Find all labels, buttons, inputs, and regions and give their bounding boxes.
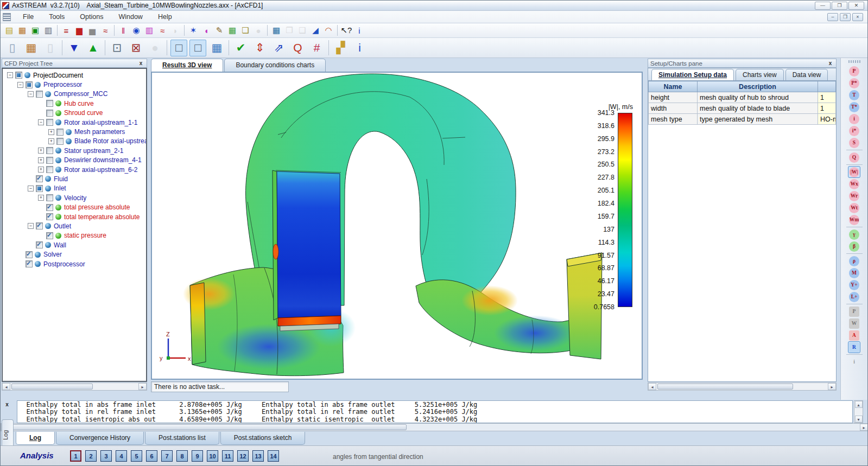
tree-checkbox[interactable] [36,91,43,98]
column-header-name[interactable]: Name [649,81,698,92]
calculator-table-icon[interactable]: ▦ [270,24,282,36]
results-3d-viewport[interactable]: Z y x |W|, m/s 341.3318.6295.9273.2250.5… [151,72,643,380]
tab-log[interactable]: Log [16,432,55,445]
collapse-icon[interactable]: − [17,82,23,88]
context-help-icon[interactable]: ↖? [340,24,352,36]
log-horizontal-scrollbar[interactable]: ◂ ▸ [1,423,868,431]
tree-item-label[interactable]: ProjectDocument [33,72,83,79]
quantity-s-button[interactable]: S [848,137,860,149]
new-project-icon[interactable]: ▯ [4,40,21,56]
view-wireframe-cube-icon[interactable]: □ [189,40,206,56]
tree-item-projectdocument[interactable]: −ProjectDocument [3,71,146,80]
tree-item-label[interactable]: Inlet [54,184,66,192]
analysis-station-6-button[interactable]: 6 [146,450,157,462]
tree-checkbox[interactable] [46,166,53,173]
menu-help[interactable]: Help [153,12,178,22]
tree-close-icon[interactable]: x [137,60,144,66]
tree-item-rotor-axial-upstream-6-2[interactable]: +Rotor axial-upstream_6-2 [3,165,146,174]
toolbar-grip[interactable] [848,60,860,63]
tree-item-label[interactable]: Rotor axial-upstream_6-2 [64,166,137,174]
quantity-t-button[interactable]: T [848,89,860,101]
analysis-station-2-button[interactable]: 2 [85,450,97,462]
scroll-thumb[interactable] [11,384,93,390]
tree-item-label[interactable]: Hub curve [64,100,94,107]
blade-cascade-icon[interactable]: ‖ [117,24,129,36]
blade-columns-icon[interactable]: ▥ [143,24,155,36]
expand-icon[interactable]: + [48,129,54,135]
move-up-icon[interactable]: ▲ [85,40,102,56]
analysis-station-9-button[interactable]: 9 [192,450,203,462]
tree-checkbox[interactable] [36,185,43,192]
quantity-i-button[interactable]: i [848,356,860,368]
analysis-station-3-button[interactable]: 3 [100,450,112,462]
quantity-r-button[interactable]: R [848,341,860,353]
colorbar-scale-icon[interactable]: ⇕ [251,40,268,56]
quantity-p-button[interactable]: P [848,305,860,317]
tree-item-shroud-curve[interactable]: Shroud curve [3,108,146,118]
tree-checkbox[interactable]: ✓ [46,232,53,239]
collapse-icon[interactable]: − [28,91,34,97]
solver-gear-icon[interactable]: ✶ [187,24,199,36]
tree-checkbox[interactable]: ✓ [36,175,43,182]
tree-item-rotor-axial-upstream-1-1[interactable]: −Rotor axial-upstream_1-1 [3,118,146,127]
airfoil-waves-icon[interactable]: ≈ [156,24,168,36]
cell-description[interactable]: mesh quality of blade to blade [698,103,818,114]
tree-item-label[interactable]: Velocity [64,194,86,202]
tree-checkbox[interactable] [46,157,53,164]
quantity-p-button[interactable]: P* [848,77,860,89]
cell-value[interactable]: 1 [818,103,836,114]
mdi-close-icon[interactable]: × [852,13,863,21]
mesh-grid-icon[interactable]: # [308,40,325,56]
tree-item-hub-curve[interactable]: Hub curve [3,99,146,108]
tree-item-label[interactable]: Preprocessor [43,81,82,88]
tree-item-label[interactable]: Wall [54,241,66,249]
cascade-windows-icon[interactable]: ❏ [239,24,251,36]
tree-item-preprocessor[interactable]: −Preprocessor [3,80,146,89]
collapse-icon[interactable]: − [28,186,34,191]
tree-item-wall[interactable]: ✓Wall [3,240,146,250]
tree-checkbox[interactable] [56,138,64,145]
cell-value[interactable]: 1 [818,92,836,103]
menu-options[interactable]: Options [74,12,109,22]
analysis-station-8-button[interactable]: 8 [176,450,188,462]
collapse-icon[interactable]: − [7,72,13,78]
tab-charts-view[interactable]: Charts view [736,69,784,80]
tree-item-velocity[interactable]: +Velocity [3,193,146,202]
tab-boundary-conditions-charts[interactable]: Boundary conditions charts [224,59,326,72]
tree-horizontal-scrollbar[interactable]: ◂ ▸ [2,382,147,391]
log-close-icon[interactable]: x [3,401,11,409]
save-document-icon[interactable]: ▣ [29,24,41,36]
charts-pencil-icon[interactable]: ✎ [213,24,225,36]
blade-profile-icon[interactable]: ◖ [200,24,212,36]
tree-item-label[interactable]: Postprocessor [43,260,85,268]
log-vertical-scrollbar[interactable]: ▴ ▾ [854,400,863,423]
analysis-station-1-button[interactable]: 1 [70,450,81,462]
restore-icon[interactable]: ❐ [832,2,847,10]
quantity-wr-button[interactable]: Wr [848,190,860,202]
tab-simulation-setup-data[interactable]: Simulation Setup data [651,69,734,80]
column-header-description[interactable]: Description [698,81,818,92]
tree-checkbox[interactable] [26,81,33,88]
view-cube-gauge-color-icon[interactable]: ⊠ [128,40,144,56]
tree-checkbox[interactable] [46,100,53,107]
open-project-icon[interactable]: ▦ [23,40,40,56]
scroll-thumb[interactable] [10,424,407,430]
vectors-q-icon[interactable]: Q [289,40,306,56]
tree-item-label[interactable]: Solver [43,251,62,258]
cell-description[interactable]: mesh quality of hub to shroud [698,92,818,103]
tree-item-label[interactable]: static pressure [64,232,106,239]
scroll-right-icon[interactable]: ▸ [860,424,868,431]
setup-close-icon[interactable]: x [827,60,834,66]
tab-data-view[interactable]: Data view [785,69,828,80]
menu-tools[interactable]: Tools [43,12,70,22]
analysis-station-7-button[interactable]: 7 [161,450,173,462]
scroll-left-icon[interactable]: ◂ [648,383,656,390]
cell-name[interactable]: height [649,92,698,103]
quantity-wm-button[interactable]: Wm [848,214,860,226]
tree-item-label[interactable]: Outlet [54,222,71,230]
view-solid-cube-icon[interactable]: □ [170,40,187,56]
move-down-icon[interactable]: ▼ [66,40,83,56]
tree-checkbox[interactable] [15,72,22,79]
tree-checkbox[interactable] [46,110,53,117]
data-table-colored-icon[interactable]: ▦ [226,24,238,36]
